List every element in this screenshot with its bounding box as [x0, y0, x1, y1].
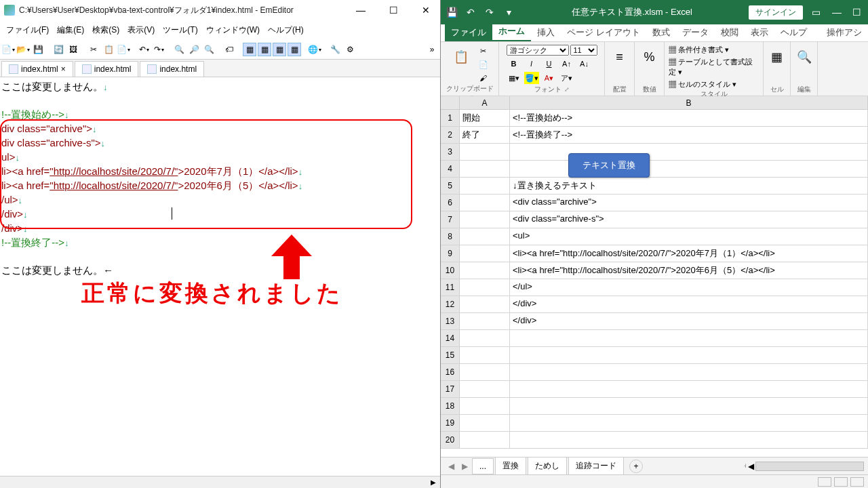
- cut-icon[interactable]: ✂: [476, 45, 491, 57]
- row-header[interactable]: 20: [441, 432, 460, 448]
- cell[interactable]: [460, 296, 510, 312]
- cell[interactable]: [510, 330, 868, 346]
- print-button[interactable]: 🖼: [66, 43, 80, 56]
- cell[interactable]: [510, 398, 868, 414]
- column-header-a[interactable]: A: [460, 96, 510, 109]
- qat-customize-icon[interactable]: ▾: [502, 5, 515, 19]
- row-header[interactable]: 1: [441, 110, 460, 126]
- view-normal-icon[interactable]: [818, 477, 831, 487]
- excel-maximize-button[interactable]: ☐: [850, 5, 864, 19]
- undo-icon[interactable]: ↶: [464, 5, 477, 19]
- tools-button[interactable]: 🔧: [328, 43, 342, 56]
- cell[interactable]: </div>: [510, 296, 868, 312]
- row-header[interactable]: 2: [441, 127, 460, 143]
- cell[interactable]: [460, 398, 510, 414]
- row-header[interactable]: 12: [441, 296, 460, 312]
- cell[interactable]: [460, 144, 510, 160]
- row-header[interactable]: 6: [441, 195, 460, 211]
- cell[interactable]: [510, 381, 868, 397]
- row-header[interactable]: 18: [441, 398, 460, 414]
- tab-close-icon[interactable]: ×: [61, 64, 66, 74]
- text-replace-button[interactable]: テキスト置換: [568, 153, 650, 178]
- row-header[interactable]: 9: [441, 245, 460, 262]
- row-header[interactable]: 11: [441, 279, 460, 296]
- ribbon-tab-data[interactable]: データ: [676, 24, 715, 41]
- conditional-format-button[interactable]: ▦ 条件付き書式 ▾: [669, 45, 729, 55]
- view-mode-3-button[interactable]: ▦: [273, 43, 286, 56]
- close-button[interactable]: ✕: [416, 3, 436, 18]
- ribbon-tab-layout[interactable]: ページ レイアウト: [561, 24, 646, 41]
- undo-button[interactable]: ↶: [137, 43, 151, 56]
- cells-button[interactable]: ▦: [765, 45, 789, 69]
- row-header[interactable]: 15: [441, 347, 460, 363]
- redo-icon[interactable]: ↷: [483, 5, 496, 19]
- cell[interactable]: </div>: [510, 313, 868, 329]
- cell[interactable]: [460, 279, 510, 296]
- cell[interactable]: [510, 364, 868, 380]
- cell[interactable]: [510, 347, 868, 363]
- cell[interactable]: <ul>: [510, 228, 868, 245]
- ribbon-tab-insert[interactable]: 挿入: [531, 24, 561, 41]
- ribbon-tab-tellme[interactable]: 操作アシ: [821, 24, 868, 41]
- ribbon-tab-help[interactable]: ヘルプ: [774, 24, 813, 41]
- row-header[interactable]: 5: [441, 178, 460, 194]
- cell[interactable]: [510, 161, 868, 177]
- row-header[interactable]: 14: [441, 330, 460, 346]
- reload-button[interactable]: 🔄: [52, 43, 65, 56]
- cell[interactable]: [460, 178, 510, 194]
- copy-icon[interactable]: 📄: [476, 58, 491, 70]
- row-header[interactable]: 10: [441, 262, 460, 279]
- view-layout-icon[interactable]: [834, 477, 848, 487]
- menu-help[interactable]: ヘルプ(H): [264, 22, 307, 38]
- paste-button[interactable]: 📋: [449, 45, 473, 69]
- row-header[interactable]: 7: [441, 211, 460, 228]
- shrink-font-button[interactable]: A↓: [577, 58, 592, 70]
- copy-button[interactable]: 📋: [102, 43, 115, 56]
- ribbon-tab-file[interactable]: ファイル: [445, 24, 492, 41]
- underline-button[interactable]: U: [542, 58, 557, 70]
- table-format-button[interactable]: ▦ テーブルとして書式設定 ▾: [669, 57, 759, 77]
- minimize-button[interactable]: —: [351, 3, 371, 18]
- cell[interactable]: [460, 195, 510, 211]
- menu-view[interactable]: 表示(V): [124, 22, 158, 38]
- excel-minimize-button[interactable]: —: [830, 5, 844, 19]
- find-button[interactable]: 🔍: [172, 43, 186, 56]
- row-header[interactable]: 8: [441, 228, 460, 245]
- border-button[interactable]: ▦▾: [507, 72, 521, 84]
- cell[interactable]: <li><a href="http://localhost/site/2020/…: [510, 262, 868, 279]
- paste-button[interactable]: 📄: [117, 43, 130, 56]
- format-painter-icon[interactable]: 🖌: [476, 72, 491, 84]
- view-mode-1-button[interactable]: ▦: [243, 43, 256, 56]
- cell[interactable]: </ul>: [510, 279, 868, 296]
- editor-tab-1[interactable]: index.html×: [1, 61, 73, 77]
- cell[interactable]: [460, 347, 510, 363]
- row-header[interactable]: 17: [441, 381, 460, 397]
- cell[interactable]: [460, 211, 510, 228]
- row-header[interactable]: 4: [441, 161, 460, 177]
- cell[interactable]: [460, 330, 510, 346]
- cell[interactable]: [460, 415, 510, 431]
- toolbar-overflow[interactable]: »: [425, 43, 439, 56]
- italic-button[interactable]: I: [524, 58, 539, 70]
- editor-tab-3[interactable]: index.html: [140, 61, 204, 77]
- alignment-button[interactable]: ≡: [608, 45, 632, 69]
- fill-color-button[interactable]: 🪣▾: [524, 72, 539, 84]
- select-all-corner[interactable]: [441, 96, 460, 109]
- macro-button[interactable]: 🌐: [308, 43, 321, 56]
- cell[interactable]: [460, 432, 510, 448]
- row-header[interactable]: 13: [441, 313, 460, 329]
- cell[interactable]: [510, 144, 868, 160]
- redo-button[interactable]: ↷: [152, 43, 165, 56]
- menu-window[interactable]: ウィンドウ(W): [203, 22, 263, 38]
- cut-button[interactable]: ✂: [87, 43, 100, 56]
- cell[interactable]: 開始: [460, 110, 510, 126]
- ribbon-tab-home[interactable]: ホーム: [492, 22, 531, 41]
- grow-font-button[interactable]: A↑: [559, 58, 574, 70]
- font-color-button[interactable]: A▾: [542, 72, 557, 84]
- font-launcher-icon[interactable]: ⤢: [564, 86, 570, 93]
- bookmark-button[interactable]: 🏷: [222, 43, 236, 56]
- cell[interactable]: <!--置換終了-->: [510, 127, 868, 143]
- horizontal-scrollbar[interactable]: [755, 462, 864, 471]
- font-size-select[interactable]: 11: [570, 45, 597, 56]
- menu-file[interactable]: ファイル(F): [3, 22, 52, 38]
